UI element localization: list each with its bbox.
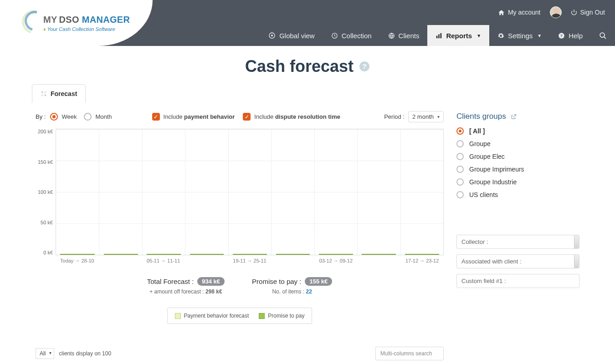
home-icon bbox=[498, 9, 505, 16]
svg-point-9 bbox=[600, 33, 605, 37]
by-label: By : bbox=[36, 113, 46, 120]
svg-text:?: ? bbox=[560, 33, 563, 38]
help-icon: ? bbox=[558, 32, 565, 39]
check-dispute-resolution[interactable]: ✓ bbox=[243, 113, 251, 121]
svg-text:?: ? bbox=[362, 62, 366, 70]
settings-icon bbox=[497, 32, 504, 39]
rows-label: clients display on 100 bbox=[59, 350, 111, 357]
collector-select[interactable]: Collector : bbox=[456, 235, 579, 249]
clients-groups-title: Clients groups bbox=[456, 112, 579, 121]
promise-to-pay-summary: Promise to pay :155 k€ No. of items : 22 bbox=[252, 277, 332, 295]
svg-point-13 bbox=[45, 95, 46, 96]
topbar: MYDSO MANAGER ››››Your Cash Collection S… bbox=[0, 0, 615, 46]
svg-point-12 bbox=[41, 91, 42, 92]
client-group-5[interactable]: US clients bbox=[456, 191, 579, 198]
client-group-1[interactable]: Groupe bbox=[456, 140, 579, 147]
svg-rect-5 bbox=[439, 34, 440, 38]
my-account-link[interactable]: My account bbox=[498, 9, 541, 16]
tab-forecast[interactable]: Forecast bbox=[32, 84, 86, 103]
check-payment-behavior[interactable]: ✓ bbox=[152, 113, 160, 121]
svg-point-1 bbox=[271, 35, 273, 36]
chevron-down-icon: ▼ bbox=[537, 33, 542, 38]
associated-select[interactable]: Associated with client : bbox=[456, 254, 579, 268]
help-icon[interactable]: ? bbox=[359, 61, 370, 72]
client-group-0[interactable]: [ All ] bbox=[456, 127, 579, 135]
clients-icon bbox=[388, 32, 395, 39]
avatar[interactable] bbox=[550, 6, 562, 18]
period-select[interactable]: 2 month▾ bbox=[408, 111, 444, 122]
svg-rect-6 bbox=[441, 33, 442, 38]
chart-legend: Payment behavior forecast Promise to pay bbox=[167, 308, 313, 324]
nav-clients[interactable]: Clients bbox=[380, 25, 428, 46]
nav-collection[interactable]: Collection bbox=[323, 25, 380, 46]
svg-rect-4 bbox=[436, 35, 438, 38]
cash-forecast-chart: 200 k€150 k€100 k€50 k€0 k€ Today → 28-1… bbox=[36, 129, 444, 263]
rows-select[interactable]: All bbox=[36, 348, 54, 359]
nav-help[interactable]: ?Help bbox=[550, 25, 591, 46]
reports-icon bbox=[436, 32, 442, 39]
main-nav: Global viewCollectionClientsReports▼Sett… bbox=[260, 25, 615, 46]
client-group-2[interactable]: Groupe Elec bbox=[456, 153, 579, 160]
chevron-down-icon: ▼ bbox=[477, 33, 481, 38]
search-button[interactable] bbox=[591, 25, 615, 46]
sign-out-link[interactable]: Sign Out bbox=[571, 9, 605, 16]
period-label: Period : bbox=[384, 113, 405, 120]
total-forecast-summary: Total Forecast :934 k€ + amount off fore… bbox=[147, 277, 225, 295]
nav-global-view[interactable]: Global view bbox=[260, 25, 323, 46]
custom-field-input[interactable]: Custom field #1 : bbox=[456, 274, 579, 288]
radio-by-month[interactable] bbox=[84, 113, 92, 121]
radio-by-week[interactable] bbox=[50, 113, 58, 121]
external-link-icon[interactable] bbox=[511, 114, 517, 120]
logo-tagline: Your Cash Collection Software bbox=[47, 26, 115, 32]
promise-pill: 155 k€ bbox=[305, 277, 332, 286]
total-forecast-pill: 934 k€ bbox=[197, 277, 225, 286]
client-group-3[interactable]: Groupe Imprimeurs bbox=[456, 166, 579, 173]
client-group-4[interactable]: Groupe Industrie bbox=[456, 178, 579, 186]
nav-settings[interactable]: Settings▼ bbox=[489, 25, 550, 46]
page-title: Cash forecast bbox=[245, 57, 354, 76]
power-icon bbox=[571, 9, 577, 15]
nav-reports[interactable]: Reports▼ bbox=[427, 25, 489, 46]
global-view-icon bbox=[268, 32, 276, 39]
logo[interactable]: MYDSO MANAGER ››››Your Cash Collection S… bbox=[0, 0, 153, 46]
search-input[interactable]: Multi-columns search bbox=[375, 347, 444, 360]
search-icon bbox=[599, 32, 607, 40]
collection-icon bbox=[331, 32, 338, 39]
